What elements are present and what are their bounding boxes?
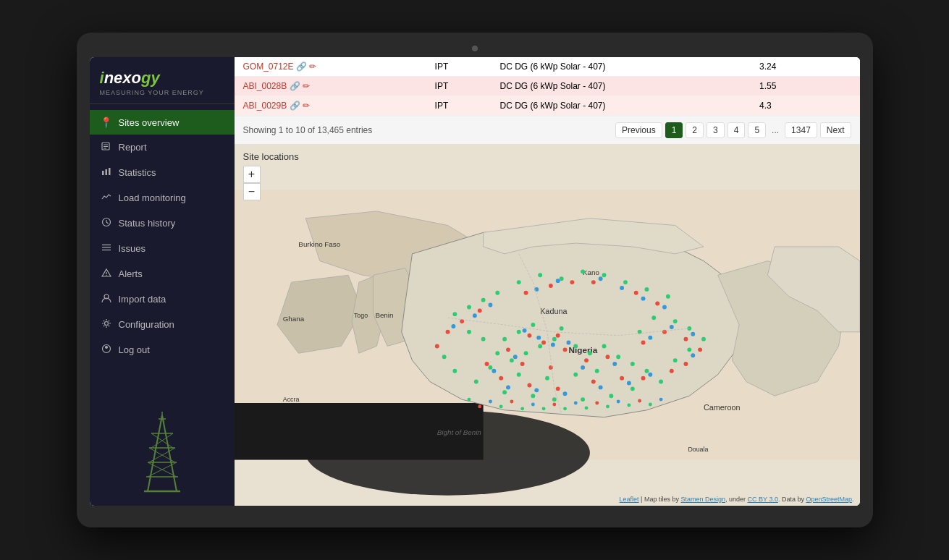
sidebar-item-statistics[interactable]: Statistics: [90, 160, 235, 185]
svg-point-147: [691, 332, 695, 336]
svg-point-115: [641, 341, 645, 345]
svg-text:Accra: Accra: [282, 396, 299, 403]
svg-point-51: [552, 337, 556, 341]
svg-point-144: [648, 373, 652, 377]
svg-point-162: [510, 400, 513, 404]
site-type: IPT: [426, 77, 492, 96]
svg-point-113: [620, 376, 624, 381]
svg-point-83: [502, 390, 507, 394]
site-type: IPT: [426, 96, 492, 116]
osm-link[interactable]: OpenStreetMap: [806, 496, 852, 503]
stamen-link[interactable]: Stamen Design: [680, 496, 725, 503]
site-link-abi29[interactable]: ABI_0029B 🔗 ✏: [243, 101, 310, 111]
sidebar-label-status-history: Status history: [119, 218, 176, 229]
sidebar-label-issues: Issues: [119, 243, 146, 254]
page-1-button[interactable]: 1: [665, 122, 683, 138]
site-value: 1.55: [751, 77, 823, 96]
sidebar-item-log-out[interactable]: Log out: [90, 337, 235, 362]
svg-point-99: [527, 334, 531, 338]
sidebar-item-status-history[interactable]: Status history: [90, 211, 235, 236]
logo-area: i nexo gy MEASURING YOUR ENERGY: [90, 57, 235, 104]
svg-point-13: [106, 275, 106, 276]
sidebar-label-import-data: Import data: [119, 294, 166, 305]
svg-point-175: [648, 403, 651, 407]
svg-point-130: [434, 344, 439, 349]
page-5-button[interactable]: 5: [748, 122, 766, 138]
svg-point-123: [570, 280, 574, 284]
svg-point-134: [513, 355, 517, 359]
map-title: Site locations: [243, 151, 299, 162]
svg-point-57: [573, 344, 578, 349]
page-4-button[interactable]: 4: [727, 122, 746, 138]
sidebar-label-sites-overview: Sites overview: [119, 117, 180, 128]
svg-point-49: [531, 323, 535, 327]
svg-point-156: [472, 313, 476, 318]
site-config: DC DG (6 kWp Solar - 407): [492, 57, 751, 77]
sidebar-item-configuration[interactable]: Configuration: [90, 312, 235, 337]
cc-link[interactable]: CC BY 3.0: [748, 496, 778, 503]
page-3-button[interactable]: 3: [707, 122, 725, 138]
table-row: GOM_0712E 🔗 ✏ IPT DC DG (6 kWp Solar - 4…: [235, 57, 860, 77]
laptop-frame: i nexo gy MEASURING YOUR ENERGY 📍 Sites …: [77, 33, 873, 527]
svg-point-103: [562, 347, 567, 352]
svg-point-15: [104, 322, 108, 326]
svg-point-142: [598, 385, 602, 389]
sidebar-item-alerts[interactable]: Alerts: [90, 261, 235, 287]
leaflet-link[interactable]: Leaflet: [620, 496, 639, 503]
sidebar-item-sites-overview[interactable]: 📍 Sites overview: [90, 110, 235, 135]
svg-point-153: [641, 297, 645, 301]
svg-point-79: [609, 394, 613, 398]
load-monitoring-icon: [100, 192, 113, 204]
svg-text:Cameroon: Cameroon: [703, 403, 739, 412]
zoom-in-button[interactable]: +: [243, 166, 261, 183]
svg-point-118: [698, 347, 702, 352]
sidebar-item-issues[interactable]: Issues: [90, 236, 235, 261]
sidebar-item-report[interactable]: Report: [90, 135, 235, 160]
page-2-button[interactable]: 2: [686, 122, 704, 138]
svg-point-66: [573, 373, 578, 377]
svg-point-97: [467, 305, 471, 310]
svg-line-18: [162, 415, 177, 491]
svg-text:Douala: Douala: [688, 446, 708, 453]
svg-point-93: [644, 287, 649, 292]
map-attribution: Leaflet | Map tiles by Stamen Design, un…: [620, 496, 854, 503]
svg-point-56: [495, 351, 499, 355]
site-bar: [823, 96, 860, 116]
svg-point-86: [442, 355, 446, 359]
prev-button[interactable]: Previous: [615, 122, 662, 138]
main-content: GOM_0712E 🔗 ✏ IPT DC DG (6 kWp Solar - 4…: [235, 57, 860, 506]
svg-point-78: [630, 386, 634, 391]
svg-point-95: [495, 291, 499, 295]
site-value: 3.24: [751, 57, 823, 77]
configuration-icon: [100, 318, 113, 331]
svg-point-166: [552, 403, 556, 407]
sidebar-item-load-monitoring[interactable]: Load monitoring: [90, 185, 235, 211]
svg-point-143: [626, 381, 630, 386]
site-link-abi28[interactable]: ABI_0028B 🔗 ✏: [243, 81, 310, 91]
svg-point-65: [545, 376, 549, 381]
svg-line-17: [148, 415, 162, 491]
svg-rect-6: [109, 168, 111, 175]
svg-point-150: [555, 279, 560, 283]
next-button[interactable]: Next: [820, 122, 851, 138]
sidebar-item-import-data[interactable]: Import data: [90, 287, 235, 312]
svg-point-173: [627, 403, 630, 407]
svg-point-165: [541, 407, 545, 410]
svg-point-68: [630, 362, 634, 366]
svg-point-132: [536, 336, 541, 340]
svg-point-62: [616, 355, 620, 359]
svg-point-136: [581, 365, 585, 370]
zoom-out-button[interactable]: −: [243, 183, 261, 200]
svg-text:Kano: Kano: [583, 268, 599, 276]
svg-point-88: [538, 273, 542, 277]
site-bar: [823, 77, 860, 96]
svg-point-125: [633, 291, 638, 295]
svg-point-106: [584, 358, 589, 362]
svg-point-161: [499, 404, 502, 408]
page-last-button[interactable]: 1347: [785, 122, 817, 138]
svg-point-55: [509, 358, 513, 362]
svg-point-119: [683, 362, 688, 366]
statistics-icon: [100, 166, 113, 179]
svg-point-168: [573, 402, 577, 405]
site-link-gom[interactable]: GOM_0712E 🔗 ✏: [243, 61, 317, 72]
